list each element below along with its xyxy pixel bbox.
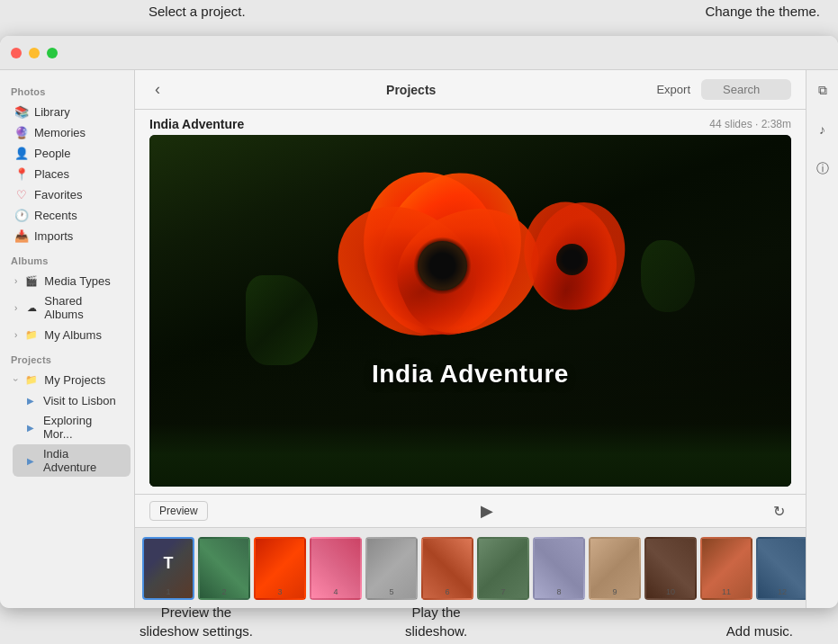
sidebar-item-label: India Adventure xyxy=(43,447,120,474)
sidebar-item-recents[interactable]: 🕐 Recents xyxy=(4,205,131,225)
annotation-play-slideshow: Play theslideshow. xyxy=(405,603,467,640)
media-types-icon: 🎬 xyxy=(24,273,39,288)
chevron-icon: › xyxy=(14,330,17,340)
sidebar-item-exploring-mor[interactable]: ▶ Exploring Mor... xyxy=(13,411,131,443)
loop-button[interactable]: ↻ xyxy=(766,498,791,523)
sidebar-item-places[interactable]: 📍 Places xyxy=(4,164,131,183)
sidebar-item-label: My Albums xyxy=(44,328,102,342)
sidebar-item-my-projects[interactable]: › 📁 My Projects xyxy=(4,370,131,389)
chevron-icon: › xyxy=(14,303,17,313)
maximize-button[interactable] xyxy=(47,48,58,58)
play-button[interactable]: ▶ xyxy=(474,498,500,523)
filmstrip-thumb-6[interactable]: 6 xyxy=(421,537,473,600)
sidebar-item-label: Imports xyxy=(34,229,73,243)
sidebar-item-visit-lisbon[interactable]: ▶ Visit to Lisbon xyxy=(13,390,131,410)
photos-section-title: Photos xyxy=(0,77,134,101)
bottom-bar: Preview ▶ ↻ xyxy=(135,494,806,527)
play-icon: ▶ xyxy=(481,501,493,521)
sidebar-item-memories[interactable]: 🔮 Memories xyxy=(4,122,131,142)
music-icon[interactable]: ♪ xyxy=(810,117,835,142)
recents-icon: 🕐 xyxy=(14,208,29,222)
titlebar xyxy=(0,36,838,70)
projects-section-title: Projects xyxy=(0,345,134,369)
sidebar-item-label: People xyxy=(34,147,70,160)
toolbar-title: Projects xyxy=(176,83,645,97)
preview-button[interactable]: Preview xyxy=(149,501,208,521)
sidebar-item-my-albums[interactable]: › 📁 My Albums xyxy=(4,325,131,344)
search-input[interactable] xyxy=(701,79,791,100)
back-button[interactable]: ‹ xyxy=(149,78,166,101)
filmstrip-thumb-12[interactable]: 12 xyxy=(756,537,806,600)
filmstrip-thumb-3[interactable]: 3 xyxy=(254,537,306,600)
projects-sub-list: ▶ Visit to Lisbon ▶ Exploring Mor... ▶ I… xyxy=(0,390,134,477)
annotation-add-music: Add music. xyxy=(726,622,793,640)
chevron-icon: › xyxy=(11,378,21,380)
sidebar-item-label: Visit to Lisbon xyxy=(43,394,116,407)
sidebar: Photos 📚 Library 🔮 Memories 👤 People 📍 P… xyxy=(0,70,135,608)
library-icon: 📚 xyxy=(14,104,29,119)
minimize-button[interactable] xyxy=(29,48,40,58)
content-area: Photos 📚 Library 🔮 Memories 👤 People 📍 P… xyxy=(0,70,838,608)
sidebar-item-label: Library xyxy=(34,105,70,119)
copy-icon[interactable]: ⧉ xyxy=(810,77,835,103)
filmstrip-thumb-9[interactable]: 9 xyxy=(589,537,641,600)
imports-icon: 📥 xyxy=(14,228,29,243)
project-meta: 44 slides · 2:38m xyxy=(709,118,791,130)
sidebar-item-label: Memories xyxy=(34,126,86,139)
sidebar-item-label: Places xyxy=(34,167,69,181)
sidebar-item-imports[interactable]: 📥 Imports xyxy=(4,226,131,246)
toolbar: ‹ Projects Export 🔍 xyxy=(135,70,806,110)
slideshow-image: India Adventure xyxy=(149,135,791,487)
filmstrip-thumb-2[interactable]: 2 xyxy=(198,537,250,600)
shared-albums-icon: ☁ xyxy=(24,300,39,315)
my-projects-icon: 📁 xyxy=(24,372,39,387)
filmstrip-thumb-11[interactable]: 11 xyxy=(700,537,752,600)
project-name: India Adventure xyxy=(149,117,244,131)
main-panel: ‹ Projects Export 🔍 India Adventure 44 s… xyxy=(135,70,806,608)
filmstrip-thumb-5[interactable]: 5 xyxy=(365,537,418,600)
sidebar-item-label: Favorites xyxy=(34,188,82,201)
slideshow-icon: ▶ xyxy=(23,453,38,468)
sidebar-item-people[interactable]: 👤 People xyxy=(4,143,131,163)
filmstrip-thumb-10[interactable]: 10 xyxy=(644,537,697,600)
people-icon: 👤 xyxy=(14,146,29,160)
loop-icon: ↻ xyxy=(773,504,785,519)
project-area: India Adventure 44 slides · 2:38m xyxy=(135,110,806,608)
slideshow-icon: ▶ xyxy=(23,393,38,407)
sidebar-item-favorites[interactable]: ♡ Favorites xyxy=(4,184,131,204)
slideshow-preview: India Adventure xyxy=(149,135,791,487)
filmstrip-thumb-1[interactable]: T1 xyxy=(142,537,194,600)
export-button[interactable]: Export xyxy=(656,83,690,96)
memories-icon: 🔮 xyxy=(14,125,29,139)
favorites-icon: ♡ xyxy=(14,187,29,201)
project-header: India Adventure 44 slides · 2:38m xyxy=(135,110,806,135)
traffic-lights xyxy=(11,48,58,58)
annotation-preview-settings: Preview theslideshow settings. xyxy=(140,603,253,640)
filmstrip-thumb-7[interactable]: 7 xyxy=(477,537,529,600)
annotation-change-theme: Change the theme. xyxy=(705,4,820,19)
sidebar-item-label: Media Types xyxy=(44,274,110,288)
sidebar-item-label: Shared Albums xyxy=(44,294,120,321)
sidebar-item-india-adventure[interactable]: ▶ India Adventure xyxy=(13,444,131,477)
info-icon[interactable]: ⓘ xyxy=(810,157,835,182)
albums-section-title: Albums xyxy=(0,246,134,270)
search-wrapper: 🔍 xyxy=(701,79,791,100)
sidebar-item-library[interactable]: 📚 Library xyxy=(4,102,131,121)
slide-title: India Adventure xyxy=(372,360,569,389)
main-window: Photos 📚 Library 🔮 Memories 👤 People 📍 P… xyxy=(0,36,838,608)
filmstrip-thumb-4[interactable]: 4 xyxy=(310,537,362,600)
chevron-icon: › xyxy=(14,276,17,286)
my-albums-icon: 📁 xyxy=(24,327,39,342)
slideshow-icon: ▶ xyxy=(23,420,38,434)
sidebar-item-shared-albums[interactable]: › ☁ Shared Albums xyxy=(4,291,131,324)
sidebar-item-label: Exploring Mor... xyxy=(43,414,120,441)
places-icon: 📍 xyxy=(14,166,29,181)
right-panel: ⧉ ♪ ⓘ xyxy=(806,70,838,608)
close-button[interactable] xyxy=(11,48,22,58)
filmstrip: T123456789101112131415+ xyxy=(135,527,806,608)
second-poppy xyxy=(502,188,646,359)
annotation-select-project: Select a project. xyxy=(149,4,246,19)
sidebar-item-label: Recents xyxy=(34,209,77,222)
filmstrip-thumb-8[interactable]: 8 xyxy=(533,537,585,600)
sidebar-item-media-types[interactable]: › 🎬 Media Types xyxy=(4,271,131,291)
